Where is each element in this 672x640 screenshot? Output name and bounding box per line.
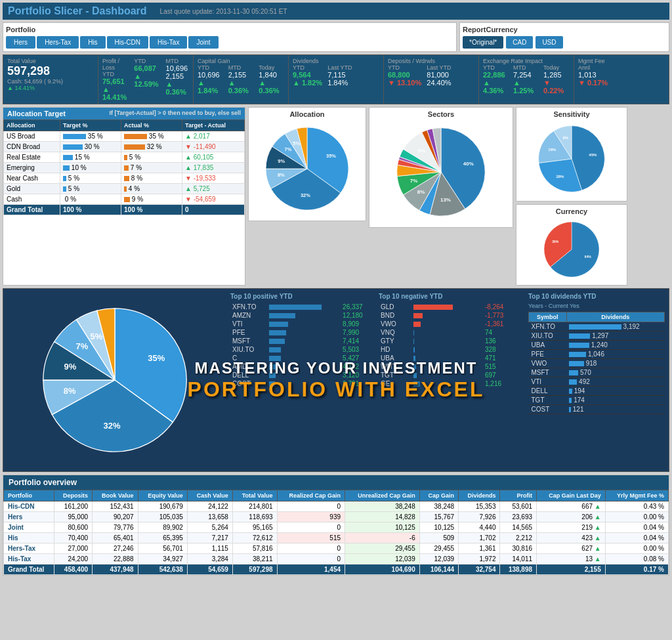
portfolio-box: Portfolio Hers Hers-Tax His His-CDN His-… (3, 22, 457, 52)
ov-row-unreal-cap: 12,039 (345, 554, 420, 565)
ov-row-equity: 105,035 (138, 512, 187, 523)
ov-row-dividends: 1,702 (459, 533, 500, 544)
ov-row-real-cap: 0 (277, 554, 345, 565)
col-actual: Actual % (121, 120, 182, 131)
svg-text:5%: 5% (293, 140, 300, 146)
ov-row-total: 38,211 (232, 554, 277, 565)
alloc-row-diff: ▲ 2,017 (182, 131, 245, 142)
ov-row-equity: 89,902 (138, 523, 187, 533)
ov-row-name: His-CDN (4, 501, 54, 512)
alloc-row-name: US Broad (4, 131, 60, 142)
ov-row-cap-gain: 38,248 (419, 501, 458, 512)
dep-ytd: 68,800 (388, 71, 421, 79)
ov-row-book: 22,888 (93, 554, 138, 565)
portfolio-row: Portfolio Hers Hers-Tax His His-CDN His-… (3, 22, 669, 52)
ov-grand-equity: 542,638 (138, 565, 187, 575)
ov-row-book: 27,246 (93, 544, 138, 554)
ov-row-unreal-cap: 14,828 (345, 512, 420, 523)
svg-text:9%: 9% (278, 158, 285, 164)
alloc-grand-label: Grand Total (4, 205, 60, 215)
alloc-grand-target: 100 % (60, 205, 121, 215)
ov-row-cash: 24,122 (187, 501, 232, 512)
alloc-row-diff: ▼ -54,659 (182, 194, 245, 205)
ov-col-book: Book Value (93, 490, 138, 501)
ov-row-equity: 34,927 (138, 554, 187, 565)
er-ytd: 22,886 (483, 71, 509, 79)
metric-mgmt-fee: Mgmt Fee Annl 1,013 ▼ 0.17% (574, 55, 669, 104)
ov-row-real-cap: 0 (277, 544, 345, 554)
header-bar: Portfolio Slicer - Dashboard Last quote … (3, 3, 669, 20)
ov-row-profit: 2,212 (500, 533, 537, 544)
ov-row-cap-last: 206 ▲ (537, 512, 606, 523)
allocation-pie-svg: 35%32%8%9%7%5% (258, 119, 356, 218)
tab-joint[interactable]: Joint (188, 36, 218, 49)
ov-row-profit: 30,816 (500, 544, 537, 554)
alloc-row-diff: ▼ -11,490 (182, 142, 245, 152)
ov-grand-div: 32,754 (459, 565, 500, 575)
ov-row-unreal-cap: -6 (345, 533, 420, 544)
alloc-row-target: 5 % (60, 173, 121, 184)
ov-grand-book: 437,948 (93, 565, 138, 575)
svg-text:32%: 32% (301, 192, 310, 198)
mgmt-annl: 1,013 (578, 71, 665, 79)
ov-row-real-cap: 0 (277, 523, 345, 533)
alloc-row-actual: 5 % (121, 152, 182, 163)
report-currency-box: ReportCurrency *Original* CAD USD (459, 22, 669, 52)
svg-text:64%: 64% (585, 255, 592, 259)
alloc-row-target: 10 % (60, 163, 121, 173)
overlay-line2: PORTFOLIO WITH EXCEL (188, 377, 485, 402)
currency-original[interactable]: *Original* (463, 36, 503, 49)
alloc-row-actual: 8 % (121, 173, 182, 184)
metric-profit-loss: Profit / Loss YTD 75,651 ▲ 14.41% YTD 66… (98, 55, 194, 104)
ov-row-unreal-cap: 38,248 (345, 501, 420, 512)
tab-hers-tax[interactable]: Hers-Tax (37, 36, 79, 49)
pl-mtd-pct: ▲ 12.59% (134, 72, 160, 88)
ov-row-cash: 3,284 (187, 554, 232, 565)
allocation-panel: Allocation Target If [Target-Actual] > 0… (3, 107, 245, 286)
pl-ytd: 75,651 (102, 77, 129, 85)
tab-hers[interactable]: Hers (6, 36, 35, 49)
div-ytd: 9,564 (293, 71, 322, 79)
dep-last-ytd: 81,000 (427, 71, 451, 79)
tab-his-cdn[interactable]: His-CDN (107, 36, 148, 49)
pl-ytd-pct: ▲ 14.41% (102, 85, 129, 101)
ov-row-name: His (4, 533, 54, 544)
alloc-row-diff: ▲ 17,835 (182, 163, 245, 173)
metric-total-value: Total Value 597,298 Cash: 54,659 ( 9.2%)… (3, 55, 98, 104)
ov-row-mgmt: 0.00 % (605, 512, 668, 523)
svg-text:7%: 7% (410, 178, 418, 184)
col-target: Target % (60, 120, 121, 131)
ov-row-cash: 1,115 (187, 544, 232, 554)
metric-capital-gain: Capital Gain YTD 10,696 ▲ 1.84% MTD 2,15… (194, 55, 289, 104)
ov-row-cap-gain: 12,039 (419, 554, 458, 565)
svg-text:45%: 45% (589, 153, 597, 157)
ov-row-dividends: 4,440 (459, 523, 500, 533)
currency-usd[interactable]: USD (536, 36, 562, 49)
ov-row-profit: 53,601 (500, 501, 537, 512)
tab-his-tax[interactable]: His-Tax (150, 36, 187, 49)
ov-row-cap-last: 423 ▲ (537, 533, 606, 544)
ov-row-cap-last: 13 ▲ (537, 554, 606, 565)
svg-text:8%: 8% (417, 189, 425, 195)
ov-row-total: 214,801 (232, 501, 277, 512)
currency-cad[interactable]: CAD (506, 36, 533, 49)
currency-pie-svg: 64%36% (526, 217, 618, 282)
pl-today: 10,696 (166, 64, 189, 72)
ov-row-mgmt: 0.08 % (605, 554, 668, 565)
ov-row-total: 95,165 (232, 523, 277, 533)
svg-text:13%: 13% (440, 197, 451, 203)
svg-text:7%: 7% (285, 146, 292, 152)
ov-grand-deposits: 458,400 (54, 565, 93, 575)
tab-his[interactable]: His (80, 36, 105, 49)
er-mtd: 7,254 (513, 71, 539, 79)
metrics-bar: Total Value 597,298 Cash: 54,659 ( 9.2%)… (3, 54, 669, 104)
ov-row-deposits: 24,200 (54, 554, 93, 565)
ov-row-real-cap: 515 (277, 533, 345, 544)
alloc-row-target: 30 % (60, 142, 121, 152)
metric-dividends: Dividends YTD 9,564 ▲ 1.82% Last YTD 7,1… (289, 55, 384, 104)
last-update: Last quote update: 2013-11-30 05:20:51 E… (160, 8, 287, 15)
ov-row-equity: 190,679 (138, 501, 187, 512)
total-value-amount: 597,298 (7, 64, 94, 78)
svg-text:8%: 8% (278, 172, 285, 178)
metric-deposits: Deposits / Wdrwls YTD 68,800 ▼ 13.10% La… (384, 55, 479, 104)
